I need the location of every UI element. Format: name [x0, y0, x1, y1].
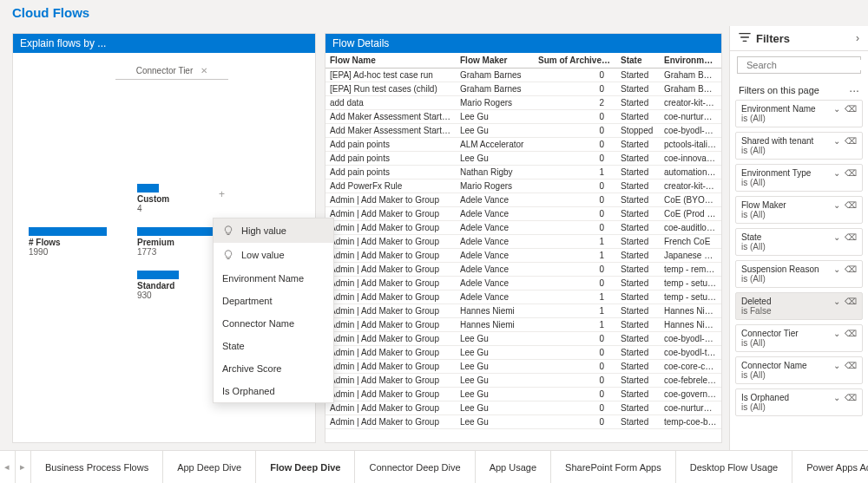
- ctx-low-value[interactable]: Low value: [214, 243, 333, 267]
- tree-child-node[interactable]: Premium 1773: [137, 227, 215, 257]
- filter-card[interactable]: Is Orphaned is (All) ⌄ ⌫: [735, 388, 863, 416]
- chevron-down-icon[interactable]: ⌄: [833, 329, 840, 338]
- tabs-next-button[interactable]: ▸: [16, 451, 31, 483]
- table-cell: Graham Barnes's Environment: [660, 69, 721, 82]
- table-row[interactable]: Admin | Add Maker to GroupLee Gu0Started…: [326, 388, 721, 401]
- filters-more-icon[interactable]: ···: [849, 84, 859, 96]
- tabs-prev-button[interactable]: ◂: [0, 451, 16, 483]
- table-row[interactable]: Add Maker Assessment Starter DataLee Gu0…: [326, 124, 721, 138]
- filter-card[interactable]: Connector Tier is (All) ⌄ ⌫: [735, 324, 863, 352]
- table-row[interactable]: Admin | Add Maker to GroupLee Gu0Started…: [326, 374, 721, 388]
- filter-card[interactable]: Deleted is False ⌄ ⌫: [735, 292, 863, 320]
- page-tab[interactable]: Power Apps Adoption: [792, 451, 868, 483]
- filter-card[interactable]: Shared with tenant is (All) ⌄ ⌫: [735, 132, 863, 160]
- table-cell: 0: [534, 360, 616, 374]
- ctx-field-option[interactable]: Is Orphaned: [214, 380, 333, 402]
- table-row[interactable]: Admin | Add Maker to GroupAdele Vance0St…: [326, 263, 721, 277]
- table-row[interactable]: Admin | Add Maker to GroupHannes Niemi1S…: [326, 318, 721, 332]
- page-tab[interactable]: SharePoint Form Apps: [551, 451, 676, 483]
- column-header[interactable]: Environment Name: [660, 53, 721, 69]
- column-header[interactable]: State: [616, 53, 660, 69]
- filter-card[interactable]: Environment Type is (All) ⌄ ⌫: [735, 164, 863, 192]
- ctx-field-option[interactable]: Environment Name: [214, 267, 333, 290]
- table-row[interactable]: add dataMario Rogers2Startedcreator-kit-…: [326, 96, 721, 110]
- table-row[interactable]: Admin | Add Maker to GroupAdele Vance0St…: [326, 277, 721, 290]
- chevron-down-icon[interactable]: ⌄: [833, 361, 840, 370]
- ctx-field-option[interactable]: Archive Score: [214, 357, 333, 380]
- filter-card[interactable]: Connector Name is (All) ⌄ ⌫: [735, 356, 863, 384]
- page-tab[interactable]: Business Process Flows: [31, 451, 163, 483]
- chevron-down-icon[interactable]: ⌄: [833, 232, 840, 242]
- chevron-down-icon[interactable]: ⌄: [833, 264, 840, 274]
- clear-filter-icon[interactable]: ⌫: [845, 264, 857, 274]
- clear-filter-icon[interactable]: ⌫: [845, 104, 857, 114]
- table-row[interactable]: Admin | Add Maker to GroupAdele Vance0St…: [326, 221, 721, 235]
- ctx-field-option[interactable]: State: [214, 335, 333, 357]
- clear-filter-icon[interactable]: ⌫: [845, 232, 857, 242]
- tree-child-node[interactable]: Custom 4: [137, 184, 215, 213]
- chevron-down-icon[interactable]: ⌄: [833, 104, 840, 114]
- filters-search[interactable]: [737, 56, 861, 74]
- table-cell: [EPA] Ad-hoc test case run: [326, 69, 456, 82]
- table-row[interactable]: Admin | Add Maker to GroupLee Gu0Started…: [326, 415, 721, 429]
- table-row[interactable]: Add pain pointsNathan Rigby1Startedautom…: [326, 166, 721, 179]
- tree-child-node[interactable]: Standard 930: [137, 271, 215, 300]
- page-tab[interactable]: Connector Deep Dive: [355, 451, 475, 483]
- expand-plus-icon[interactable]: +: [219, 188, 225, 200]
- clear-filter-icon[interactable]: ⌫: [845, 297, 857, 306]
- table-row[interactable]: Admin | Add Maker to GroupAdele Vance0St…: [326, 207, 721, 221]
- table-cell: Started: [616, 235, 660, 249]
- table-row[interactable]: Add pain pointsALM Accelerator0Startedpc…: [326, 138, 721, 152]
- node-label: Custom: [137, 194, 215, 204]
- table-row[interactable]: Admin | Add Maker to GroupAdele Vance0St…: [326, 193, 721, 207]
- table-row[interactable]: Admin | Add Maker to GroupLee Gu0Started…: [326, 332, 721, 346]
- column-header[interactable]: Flow Maker: [456, 53, 534, 69]
- chevron-down-icon[interactable]: ⌄: [833, 297, 840, 306]
- column-header[interactable]: Flow Name: [326, 53, 456, 69]
- filter-card[interactable]: Flow Maker is (All) ⌄ ⌫: [735, 196, 863, 224]
- tree-root-node[interactable]: # Flows 1990: [29, 227, 115, 257]
- chevron-down-icon[interactable]: ⌄: [833, 136, 840, 146]
- table-cell: Add pain points: [326, 166, 456, 179]
- clear-filter-icon[interactable]: ⌫: [845, 361, 857, 370]
- ctx-field-option[interactable]: Department: [214, 290, 333, 312]
- column-header[interactable]: Sum of Archive Score: [534, 53, 616, 69]
- filters-expand-icon[interactable]: ›: [856, 32, 859, 44]
- table-row[interactable]: Add PowerFx RuleMario Rogers0Startedcrea…: [326, 179, 721, 193]
- table-row[interactable]: Admin | Add Maker to GroupAdele Vance1St…: [326, 249, 721, 263]
- table-row[interactable]: Admin | Add Maker to GroupAdele Vance1St…: [326, 235, 721, 249]
- filter-card[interactable]: Environment Name is (All) ⌄ ⌫: [735, 100, 863, 127]
- clear-filter-icon[interactable]: ⌫: [845, 136, 857, 146]
- page-tab[interactable]: App Usage: [476, 451, 551, 483]
- page-tab[interactable]: App Deep Dive: [163, 451, 256, 483]
- flow-details-visual[interactable]: Flow Details Flow NameFlow MakerSum of A…: [325, 33, 722, 443]
- clear-filter-icon[interactable]: ⌫: [845, 393, 857, 402]
- table-row[interactable]: Admin | Add Maker to GroupLee Gu0Started…: [326, 360, 721, 374]
- table-row[interactable]: Add Maker Assessment Starter DataLee Gu0…: [326, 110, 721, 124]
- table-cell: Lee Gu: [456, 152, 534, 166]
- table-row[interactable]: Add pain pointsLee Gu0Startedcoe-innovat…: [326, 152, 721, 166]
- table-row[interactable]: [EPA] Ad-hoc test case runGraham Barnes0…: [326, 69, 721, 82]
- table-row[interactable]: Admin | Add Maker to GroupAdele Vance1St…: [326, 290, 721, 304]
- table-cell: Lee Gu: [456, 346, 534, 360]
- table-row[interactable]: [EPA] Run test cases (child)Graham Barne…: [326, 82, 721, 96]
- decomp-breadcrumb[interactable]: Connector Tier ✕: [115, 65, 228, 80]
- table-row[interactable]: Admin | Add Maker to GroupLee Gu0Started…: [326, 346, 721, 360]
- chevron-down-icon[interactable]: ⌄: [833, 168, 840, 178]
- table-row[interactable]: Admin | Add Maker to GroupLee Gu0Started…: [326, 401, 721, 415]
- table-row[interactable]: Admin | Add Maker to GroupHannes Niemi1S…: [326, 304, 721, 318]
- field-context-menu[interactable]: High value Low value Environment NameDep…: [213, 218, 334, 403]
- breadcrumb-close-icon[interactable]: ✕: [201, 66, 207, 75]
- page-tab[interactable]: Desktop Flow Usage: [676, 451, 793, 483]
- ctx-high-value[interactable]: High value: [214, 219, 333, 243]
- ctx-field-option[interactable]: Connector Name: [214, 312, 333, 335]
- clear-filter-icon[interactable]: ⌫: [845, 168, 857, 178]
- chevron-down-icon[interactable]: ⌄: [833, 393, 840, 402]
- filters-search-input[interactable]: [746, 60, 866, 70]
- clear-filter-icon[interactable]: ⌫: [845, 329, 857, 338]
- page-tab[interactable]: Flow Deep Dive: [256, 451, 355, 483]
- filter-card[interactable]: State is (All) ⌄ ⌫: [735, 228, 863, 256]
- clear-filter-icon[interactable]: ⌫: [845, 200, 857, 210]
- filter-card[interactable]: Suspension Reason is (All) ⌄ ⌫: [735, 260, 863, 288]
- chevron-down-icon[interactable]: ⌄: [833, 200, 840, 210]
